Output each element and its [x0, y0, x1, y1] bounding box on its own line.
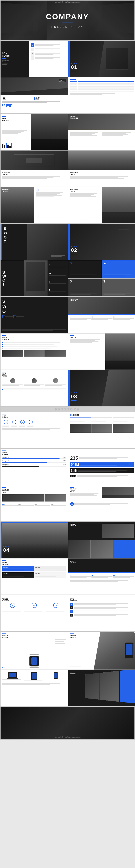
- service-icon-2: ②: [70, 607, 73, 609]
- dot-1: [2, 667, 3, 668]
- board-photo: BOARDMESSAGE: [68, 114, 135, 130]
- ch1-year-1: 2018: [2, 503, 18, 506]
- expert-stat-1: 12 Years: [2, 97, 34, 100]
- experts-stats: 12 Years 250+ Clients: [2, 97, 66, 100]
- progress-1-name: Category A: [2, 457, 9, 458]
- board-cols: [70, 132, 134, 136]
- table-header: [70, 81, 134, 82]
- phone-bottom-lines: [70, 664, 85, 667]
- 3d-label: 3DSCREEN: [70, 672, 76, 675]
- goal-3: ▲: [19, 420, 26, 427]
- awesome4-bar: [70, 198, 73, 198]
- board-bar: [68, 130, 135, 130]
- agenda-photos: [2, 350, 66, 356]
- part04-divider: [3, 554, 9, 554]
- row-6: S W O T PART 02: [1, 224, 135, 260]
- agenda-item-2-lines: [4, 343, 66, 345]
- lpr-title: LAYOUT: [70, 337, 103, 338]
- image-layout-bottom: [68, 540, 135, 558]
- slide-the-history: THEHISTORY: [1, 114, 68, 150]
- ch2-icon: ⊕: [70, 502, 74, 506]
- device-2: [24, 672, 44, 682]
- main-content: Copyright @ http://www.pptstore.net COMP…: [0, 0, 135, 740]
- watch-band-top: [30, 654, 39, 655]
- cover-subtitle: PRESENTATION: [52, 25, 84, 28]
- contents-text: 01 Introduction02 Our Team03 Services04 …: [2, 60, 27, 65]
- experts-content: 12 Years 250+ Clients: [1, 95, 68, 109]
- expert-stat-2: 250+ Clients: [34, 97, 66, 100]
- awesome2-content: AWESOMELAYOUT: [68, 170, 135, 181]
- s1s2s3-inner: S1 S2 S3: [68, 412, 135, 434]
- awesome1-inner: [26, 158, 42, 163]
- laptop-screen: [8, 672, 17, 678]
- awesome1-photo-inner: [1, 151, 68, 170]
- awesome4-inner: AWESOMELAYOUT: [68, 187, 135, 223]
- part03-number: 03: [71, 394, 77, 400]
- table-row-1: [70, 83, 134, 84]
- agenda-item-3: [2, 345, 66, 347]
- swot-grid-o: O: [68, 279, 102, 297]
- table-row-3: [70, 86, 134, 87]
- experts-photo: OUREXPERTS: [1, 78, 68, 95]
- part03-label: PART: [71, 392, 77, 394]
- value-2-icon: ⊗: [32, 603, 37, 608]
- s1s2s3-cols: [70, 417, 134, 422]
- awesome2-bar: [68, 170, 135, 170]
- goals-bar: [2, 414, 6, 414]
- wwd2-bar: [68, 572, 135, 573]
- cover-left-photo: [1, 1, 47, 40]
- part03-divider: [71, 400, 76, 401]
- history-bar: [2, 116, 6, 117]
- slide-awesome-1: AWESOMELAYOUT: [1, 151, 68, 187]
- progress-3-fill: [2, 466, 39, 467]
- swot-s: S: [49, 264, 66, 268]
- row-5: AWESOMELAYOUT ▲ AWESOMELAYOU: [1, 187, 135, 223]
- wwd2-items: 01 02 03: [70, 574, 134, 579]
- watch-illustration: [29, 654, 39, 668]
- lpr-overlay: [105, 361, 135, 370]
- contents-title: CONTENTS: [2, 52, 27, 57]
- values-title: THREEVALUES: [2, 598, 66, 602]
- swot1-letters: S W O T: [4, 226, 7, 244]
- row-12: YOURCHART Category A 90% Category B: [1, 449, 135, 485]
- goals-inner: OURGOALS ★ ♦ ▲: [1, 412, 68, 432]
- tablet-screen: [32, 673, 37, 679]
- team-member-1: [2, 378, 23, 386]
- contents-left: CONTENTS 01 Introduction02 Our Team03 Se…: [1, 41, 29, 77]
- phone-title: PHONEDEVICE: [70, 635, 76, 638]
- contents-item-4-lines: [35, 57, 66, 59]
- swot-grid-w-lines: [103, 274, 134, 277]
- 3d-screens: [85, 670, 135, 705]
- part04-top-bar: [1, 522, 68, 523]
- wwd1-rows2: Service Service: [2, 572, 66, 578]
- wwd2-item-3: 03: [113, 574, 134, 579]
- swot-grid-t: T: [102, 279, 135, 297]
- progress-1-fill: [2, 458, 60, 459]
- image-layout-top: IMAGELAYOUT: [68, 522, 135, 540]
- phone-screen: [126, 644, 133, 655]
- contents-item-3-lines: [35, 53, 66, 55]
- awesome3-content: ▲: [34, 187, 68, 223]
- stat-1-row: 235: [70, 455, 134, 461]
- part01-content: PART 01: [71, 63, 77, 71]
- slide-part01: PART 01: [68, 41, 135, 77]
- swot-grid: S W O: [68, 260, 135, 297]
- values-items: ⊕ ⊗ ⊙: [2, 603, 66, 612]
- board-divider: [70, 138, 81, 138]
- wwd2-item-2: 02: [92, 574, 112, 579]
- awesome5-col-1: 01: [70, 316, 91, 320]
- service-icon-4: ④: [70, 614, 73, 617]
- slide-what-we-do-1: WHATWE DO? Service Service Ser: [1, 558, 68, 594]
- stat-3-lines: [78, 469, 133, 472]
- swot-o: O: [49, 281, 66, 284]
- team-member-3: [45, 378, 66, 386]
- 3d-screen-3: [120, 670, 135, 705]
- ch2-right: [102, 487, 134, 501]
- slide-company-history-1: COMPANYHISTORYTITLE 2018 2019 2020: [1, 485, 68, 521]
- swot-icons-title: SWO: [2, 299, 66, 314]
- awesome1-bar: [1, 170, 68, 170]
- slide-swot-icons: SWO ✈ ⚙: [1, 297, 68, 333]
- part02-number: 02: [71, 247, 77, 253]
- progress-item-2-label: Category B 70%: [2, 460, 66, 462]
- awesome2-photo: [68, 151, 135, 170]
